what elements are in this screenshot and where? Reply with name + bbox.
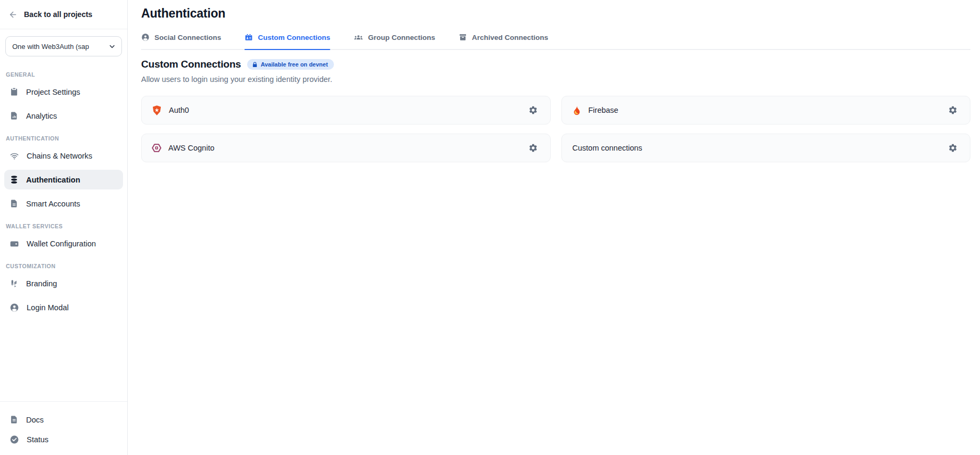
sidebar-item-project-settings[interactable]: Project Settings xyxy=(4,82,123,102)
sidebar-item-authentication[interactable]: Authentication xyxy=(4,170,123,189)
sidebar-item-branding[interactable]: Branding xyxy=(4,274,123,293)
sidebar: Back to all projects One with Web3Auth (… xyxy=(0,0,128,455)
id-badge-icon xyxy=(244,33,253,42)
section-label-customization: Customization xyxy=(6,263,123,269)
sidebar-item-label: Chains & Networks xyxy=(27,152,92,160)
project-selector-value: One with Web3Auth (sap xyxy=(12,43,89,51)
settings-gear-icon[interactable] xyxy=(945,103,960,118)
sidebar-item-label: Project Settings xyxy=(26,88,80,96)
sidebar-item-smart-accounts[interactable]: Smart Accounts xyxy=(4,194,123,213)
section-label-general: General xyxy=(6,71,123,78)
network-wifi-icon xyxy=(10,151,19,161)
person-circle-icon xyxy=(141,33,150,42)
card-custom-connections[interactable]: Custom connections xyxy=(561,134,971,162)
firebase-logo xyxy=(571,105,582,116)
tab-label: Custom Connections xyxy=(258,34,330,42)
auth0-logo xyxy=(151,105,162,116)
sidebar-item-analytics[interactable]: Analytics xyxy=(4,106,123,126)
sidebar-item-chains-networks[interactable]: Chains & Networks xyxy=(4,146,123,166)
settings-gear-icon[interactable] xyxy=(526,140,541,155)
card-firebase[interactable]: Firebase xyxy=(561,96,971,125)
clipboard-icon xyxy=(10,87,19,96)
tab-label: Social Connections xyxy=(154,34,221,42)
sidebar-item-label: Authentication xyxy=(26,176,80,184)
card-label: Auth0 xyxy=(169,106,526,114)
check-circle-icon xyxy=(10,435,19,444)
main-content: Authentication Social Connections Custom… xyxy=(128,0,980,455)
sidebar-item-status[interactable]: Status xyxy=(4,430,123,449)
aws-cognito-logo xyxy=(151,143,162,153)
sidebar-nav: General Project Settings Analytics Authe… xyxy=(0,60,127,401)
settings-gear-icon[interactable] xyxy=(526,103,541,118)
page-title: Authentication xyxy=(141,6,970,21)
section-heading-row: Custom Connections Available free on dev… xyxy=(141,59,970,70)
section-heading: Custom Connections xyxy=(141,59,241,70)
card-label: Firebase xyxy=(589,106,946,114)
user-circle-icon xyxy=(10,303,19,312)
tab-group-connections[interactable]: Group Connections xyxy=(354,32,435,49)
groups-icon xyxy=(354,32,363,42)
back-to-projects-link[interactable]: Back to all projects xyxy=(0,0,127,29)
sidebar-item-label: Login Modal xyxy=(27,303,69,312)
sidebar-footer: Docs Status xyxy=(0,401,127,455)
card-auth0[interactable]: Auth0 xyxy=(141,96,551,125)
document-icon xyxy=(10,415,19,424)
sidebar-item-docs[interactable]: Docs xyxy=(4,410,123,429)
connection-cards-grid: Auth0 Firebase AWS Cognito Custom xyxy=(141,96,970,162)
sidebar-item-label: Branding xyxy=(26,279,57,288)
devnet-badge-label: Available free on devnet xyxy=(260,61,328,68)
devnet-badge: Available free on devnet xyxy=(247,59,333,70)
back-link-label: Back to all projects xyxy=(24,10,92,19)
chevron-down-icon xyxy=(108,43,116,51)
sidebar-item-login-modal[interactable]: Login Modal xyxy=(4,297,123,317)
section-description: Allow users to login using your existing… xyxy=(141,75,970,84)
tab-label: Group Connections xyxy=(368,34,435,42)
sidebar-item-wallet-configuration[interactable]: Wallet Configuration xyxy=(4,234,123,253)
file-icon xyxy=(10,199,19,208)
sidebar-item-label: Analytics xyxy=(26,112,57,120)
database-icon xyxy=(10,175,19,184)
tab-social-connections[interactable]: Social Connections xyxy=(141,32,221,49)
card-label: AWS Cognito xyxy=(168,144,526,152)
tab-bar: Social Connections Custom Connections Gr… xyxy=(141,32,970,50)
card-aws-cognito[interactable]: AWS Cognito xyxy=(141,134,551,162)
archive-icon xyxy=(459,33,467,42)
project-selector-dropdown[interactable]: One with Web3Auth (sap xyxy=(5,36,122,56)
settings-gear-icon[interactable] xyxy=(945,140,960,155)
tab-archived-connections[interactable]: Archived Connections xyxy=(459,32,548,49)
lock-icon xyxy=(252,62,258,68)
sidebar-item-label: Docs xyxy=(26,416,44,424)
sidebar-item-label: Status xyxy=(27,435,48,444)
wallet-icon xyxy=(10,239,19,249)
tab-custom-connections[interactable]: Custom Connections xyxy=(244,32,330,49)
branding-brush-icon xyxy=(10,279,19,288)
section-label-authentication: Authentication xyxy=(6,135,123,142)
card-label: Custom connections xyxy=(573,144,946,152)
tab-label: Archived Connections xyxy=(472,34,548,42)
analytics-icon xyxy=(10,111,19,120)
sidebar-item-label: Wallet Configuration xyxy=(27,239,96,248)
sidebar-item-label: Smart Accounts xyxy=(26,200,80,208)
section-label-wallet-services: Wallet Services xyxy=(6,223,123,229)
back-arrow-icon xyxy=(9,10,18,19)
